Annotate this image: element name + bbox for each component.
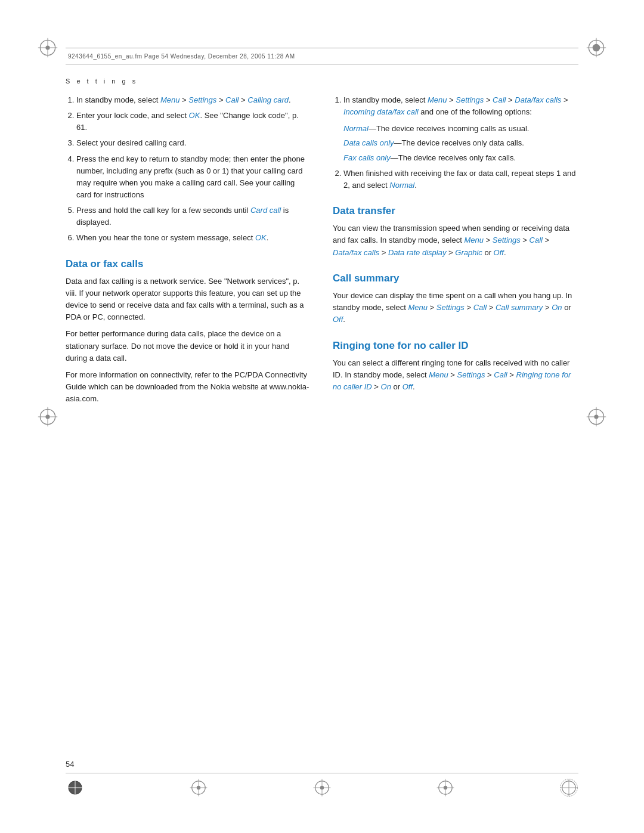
rt-on-link[interactable]: On: [381, 382, 391, 391]
svg-point-15: [594, 414, 598, 419]
option-fax-calls: Fax calls only—The device receives only …: [343, 152, 578, 164]
dt-graphic-link[interactable]: Graphic: [455, 248, 482, 257]
cs-on-link[interactable]: On: [552, 303, 562, 312]
r-settings-link[interactable]: Settings: [456, 95, 484, 104]
right-step-1: In standby mode, select Menu > Settings …: [343, 94, 578, 164]
cs-off-link[interactable]: Off: [333, 315, 343, 324]
bottom-mark-center: [312, 778, 332, 797]
right-step-2: When finished with receiving the fax or …: [343, 168, 578, 191]
svg-point-26: [320, 786, 324, 789]
ringing-tone-p1: You can select a different ringing tone …: [333, 357, 578, 393]
header-bar: 9243644_6155_en_au.fm Page 54 Wednesday,…: [66, 48, 578, 64]
ok-link-2[interactable]: OK: [255, 233, 267, 242]
svg-point-30: [444, 786, 447, 789]
dt-call-link[interactable]: Call: [530, 236, 543, 244]
r-menu-link[interactable]: Menu: [428, 95, 447, 104]
page-number: 54: [66, 760, 74, 769]
bottom-rule: [66, 773, 578, 773]
main-content: S e t t i n g s In standby mode, select …: [66, 78, 578, 761]
data-fax-p1: Data and fax calling is a network servic…: [66, 275, 311, 324]
call-link-1[interactable]: Call: [225, 95, 239, 104]
bottom-mark-right: [559, 778, 578, 797]
dt-datafax-link[interactable]: Data/fax calls: [333, 248, 379, 257]
call-summary-p1: Your device can display the time spent o…: [333, 290, 578, 326]
rt-off-link[interactable]: Off: [402, 382, 413, 391]
normal-link[interactable]: Normal: [389, 181, 414, 190]
step-1: In standby mode, select Menu > Settings …: [76, 94, 311, 106]
svg-point-22: [197, 786, 200, 789]
page: 9243644_6155_en_au.fm Page 54 Wednesday,…: [0, 0, 644, 833]
data-transfer-heading: Data transfer: [333, 203, 578, 219]
rt-call-link[interactable]: Call: [494, 370, 507, 379]
call-summary-heading: Call summary: [333, 271, 578, 286]
two-column-layout: In standby mode, select Menu > Settings …: [66, 94, 578, 761]
cs-callsummary-link[interactable]: Call summary: [496, 303, 543, 312]
svg-point-7: [593, 44, 600, 52]
dt-menu-link[interactable]: Menu: [464, 236, 484, 244]
data-transfer-p1: You can view the transmission speed when…: [333, 222, 578, 258]
svg-point-11: [45, 414, 49, 419]
ok-term-1: OK: [189, 111, 200, 120]
bottom-mark-left: [66, 778, 85, 797]
svg-point-3: [45, 45, 49, 49]
dt-off-link[interactable]: Off: [494, 248, 504, 257]
steps-list: In standby mode, select Menu > Settings …: [76, 94, 311, 244]
normal-term: Normal: [343, 124, 369, 133]
dt-settings-link[interactable]: Settings: [493, 236, 521, 244]
settings-label: S e t t i n g s: [66, 78, 578, 85]
corner-mark-tr: [584, 36, 608, 60]
r-call-link[interactable]: Call: [493, 95, 506, 104]
data-fax-p2: For better performance during data calls…: [66, 328, 311, 364]
data-calls-only-term: Data calls only: [343, 138, 394, 147]
step-4: Press the end key to return to standby m…: [76, 153, 311, 202]
data-fax-p3: For more information on connectivity, re…: [66, 369, 311, 405]
r-datafax-link[interactable]: Data/fax calls: [515, 95, 561, 104]
right-column: In standby mode, select Menu > Settings …: [333, 94, 578, 761]
card-call-link[interactable]: Card call: [250, 206, 281, 215]
rt-menu-link[interactable]: Menu: [429, 370, 448, 379]
corner-mark-tl: [36, 36, 60, 60]
step-2: Enter your lock code, and select OK. See…: [76, 110, 311, 134]
dt-datarate-link[interactable]: Data rate display: [388, 248, 447, 257]
step-5: Press and hold the call key for a few se…: [76, 205, 311, 228]
r-incoming-link[interactable]: Incoming data/fax call: [343, 107, 419, 116]
bottom-mark-center-left: [189, 778, 208, 797]
data-fax-heading: Data or fax calls: [66, 256, 311, 272]
left-column: In standby mode, select Menu > Settings …: [66, 94, 311, 761]
option-data-calls: Data calls only—The device receives only…: [343, 137, 578, 149]
right-steps-list: In standby mode, select Menu > Settings …: [343, 94, 578, 191]
menu-link-1[interactable]: Menu: [160, 95, 180, 104]
rt-settings-link[interactable]: Settings: [457, 370, 485, 379]
cs-menu-link[interactable]: Menu: [408, 303, 428, 312]
option-normal: Normal—The device receives incoming call…: [343, 123, 578, 135]
fax-calls-only-term: Fax calls only: [343, 153, 391, 162]
cs-call-link[interactable]: Call: [473, 303, 487, 312]
step-6: When you hear the tone or system message…: [76, 232, 311, 244]
corner-mark-ml: [36, 405, 60, 429]
ringing-tone-heading: Ringing tone for no caller ID: [333, 338, 578, 354]
bottom-mark-center-right: [436, 778, 455, 797]
settings-link-1[interactable]: Settings: [188, 95, 216, 104]
step-3: Select your desired calling card.: [76, 137, 311, 149]
rt-ringing-link[interactable]: Ringing tone for no caller ID: [333, 370, 571, 391]
cs-settings-link[interactable]: Settings: [436, 303, 465, 312]
corner-mark-mr: [584, 405, 608, 429]
calling-card-link[interactable]: Calling card: [247, 95, 289, 104]
header-text: 9243644_6155_en_au.fm Page 54 Wednesday,…: [66, 53, 295, 60]
bottom-marks: [66, 778, 578, 797]
